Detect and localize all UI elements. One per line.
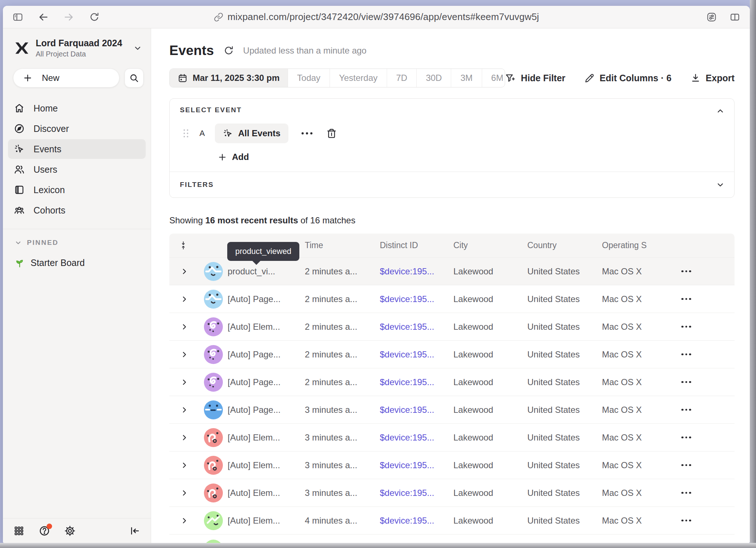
expand-row-icon[interactable] <box>180 295 189 304</box>
sidebar-item-events[interactable]: Events <box>8 139 146 159</box>
event-avatar <box>204 511 223 530</box>
expand-row-icon[interactable] <box>180 516 189 525</box>
forward-icon[interactable] <box>63 12 74 23</box>
sidebar-item-discover[interactable]: Discover <box>8 119 146 138</box>
event-selector-chip[interactable]: All Events <box>215 124 288 143</box>
expand-row-icon[interactable] <box>180 378 189 387</box>
expand-row-icon[interactable] <box>180 267 189 276</box>
range-yesterday[interactable]: Yesterday <box>330 69 387 87</box>
distinct-id-link[interactable]: $device:195... <box>380 349 453 360</box>
collapse-section-icon[interactable] <box>716 107 725 116</box>
updated-status: Updated less than a minute ago <box>243 46 367 56</box>
sidebar-item-lexicon[interactable]: Lexicon <box>8 180 146 200</box>
split-view-icon[interactable] <box>729 12 740 23</box>
row-more-button[interactable] <box>678 488 694 498</box>
distinct-id-link[interactable]: $device:195... <box>380 405 453 415</box>
event-time: 2 minutes a... <box>305 377 380 387</box>
table-row[interactable]: [Auto] Elem...2 minutes a...$device:195.… <box>169 313 735 340</box>
back-icon[interactable] <box>38 12 49 23</box>
row-more-button[interactable] <box>678 460 694 471</box>
sidebar-item-cohorts[interactable]: Cohorts <box>8 200 146 220</box>
gear-icon[interactable] <box>64 525 76 537</box>
row-more-button[interactable] <box>678 349 694 360</box>
filters-section[interactable]: FILTERS <box>170 172 734 197</box>
table-row[interactable]: [Auto] Elem...3 minutes a...$device:195.… <box>169 479 735 506</box>
event-time: 2 minutes a... <box>305 322 380 332</box>
apps-grid-icon[interactable] <box>13 525 25 537</box>
page-settings-icon[interactable] <box>706 12 717 23</box>
expand-row-icon[interactable] <box>180 406 189 414</box>
table-row[interactable] <box>169 534 735 543</box>
row-more-button[interactable] <box>678 266 694 277</box>
event-name: [Auto] Elem... <box>228 516 305 526</box>
tooltip-text: product_viewed <box>235 247 291 256</box>
date-picker-button[interactable]: Mar 11, 2025 3:30 pm <box>170 69 288 87</box>
distinct-id-link[interactable]: $device:195... <box>380 377 453 387</box>
range-7d[interactable]: 7D <box>387 69 417 87</box>
row-more-button[interactable] <box>678 377 694 388</box>
table-row[interactable]: [Auto] Page...2 minutes a...$device:195.… <box>169 340 735 368</box>
event-row-more-button[interactable] <box>299 129 315 138</box>
table-row[interactable]: [Auto] Elem...3 minutes a...$device:195.… <box>169 451 735 479</box>
event-avatar <box>204 428 223 447</box>
discover-icon <box>14 123 25 134</box>
collapse-sidebar-icon[interactable] <box>129 525 141 537</box>
expand-row-icon[interactable] <box>180 461 189 470</box>
lexicon-icon <box>14 184 25 195</box>
range-3m[interactable]: 3M <box>451 69 481 87</box>
distinct-id-link[interactable]: $device:195... <box>380 432 453 443</box>
add-event-button[interactable]: Add <box>218 152 249 162</box>
expand-row-icon[interactable] <box>180 489 189 497</box>
help-icon[interactable] <box>39 525 50 537</box>
refresh-icon[interactable] <box>89 12 100 23</box>
expand-filters-icon[interactable] <box>716 180 725 189</box>
sidebar-item-starter-board[interactable]: Starter Board <box>3 247 151 268</box>
city-value: Lakewood <box>453 266 527 277</box>
range-30d[interactable]: 30D <box>416 69 451 87</box>
sidebar-item-users[interactable]: Users <box>8 160 146 179</box>
row-more-button[interactable] <box>678 432 694 443</box>
export-button[interactable]: Export <box>690 73 735 83</box>
event-avatar <box>204 345 223 364</box>
row-more-button[interactable] <box>678 404 694 415</box>
table-row[interactable]: [Auto] Page...3 minutes a...$device:195.… <box>169 396 735 423</box>
sidebar-item-label: Discover <box>34 124 69 134</box>
sidebar-item-label: Events <box>34 144 61 154</box>
refresh-data-icon[interactable] <box>224 46 234 56</box>
sidebar-item-home[interactable]: Home <box>8 98 146 118</box>
select-event-section: SELECT EVENT A All Events <box>170 99 734 172</box>
trash-icon[interactable] <box>326 128 337 139</box>
expand-row-icon[interactable] <box>180 433 189 442</box>
range-6m[interactable]: 6M <box>482 69 505 87</box>
table-row[interactable]: [Auto] Elem...4 minutes a...$device:195.… <box>169 506 735 534</box>
expand-row-icon[interactable] <box>180 322 189 331</box>
distinct-id-link[interactable]: $device:195... <box>380 460 453 470</box>
sidebar-bottom-bar <box>3 518 151 543</box>
row-more-button[interactable] <box>678 321 694 332</box>
search-button[interactable] <box>125 68 143 87</box>
project-switcher[interactable]: Lord Farquaad 2024 All Project Data <box>3 28 151 62</box>
table-row[interactable]: [Auto] Elem...3 minutes a...$device:195.… <box>169 423 735 451</box>
table-row[interactable]: [Auto] Page...2 minutes a...$device:195.… <box>169 285 735 313</box>
row-more-button[interactable] <box>678 294 694 305</box>
range-today[interactable]: Today <box>288 69 330 87</box>
new-button[interactable]: New <box>13 68 119 87</box>
events-icon <box>14 144 25 154</box>
distinct-id-link[interactable]: $device:195... <box>380 266 453 277</box>
table-row[interactable]: [Auto] Page...2 minutes a...$device:195.… <box>169 368 735 396</box>
sort-time-icon[interactable] <box>180 241 189 250</box>
edit-columns-button[interactable]: Edit Columns · 6 <box>584 73 672 83</box>
event-time: 3 minutes a... <box>305 460 380 470</box>
country-value: United States <box>527 266 602 277</box>
pinned-section-header[interactable]: PINNED <box>3 229 151 247</box>
address-bar[interactable]: mixpanel.com/project/3472420/view/397469… <box>214 6 539 28</box>
distinct-id-link[interactable]: $device:195... <box>380 294 453 304</box>
expand-row-icon[interactable] <box>180 350 189 359</box>
row-more-button[interactable] <box>678 515 694 526</box>
distinct-id-link[interactable]: $device:195... <box>380 516 453 526</box>
drag-handle[interactable] <box>184 129 189 138</box>
browser-sidebar-toggle-icon[interactable] <box>12 12 23 23</box>
hide-filter-button[interactable]: Hide Filter <box>505 73 565 83</box>
distinct-id-link[interactable]: $device:195... <box>380 322 453 332</box>
distinct-id-link[interactable]: $device:195... <box>380 488 453 498</box>
